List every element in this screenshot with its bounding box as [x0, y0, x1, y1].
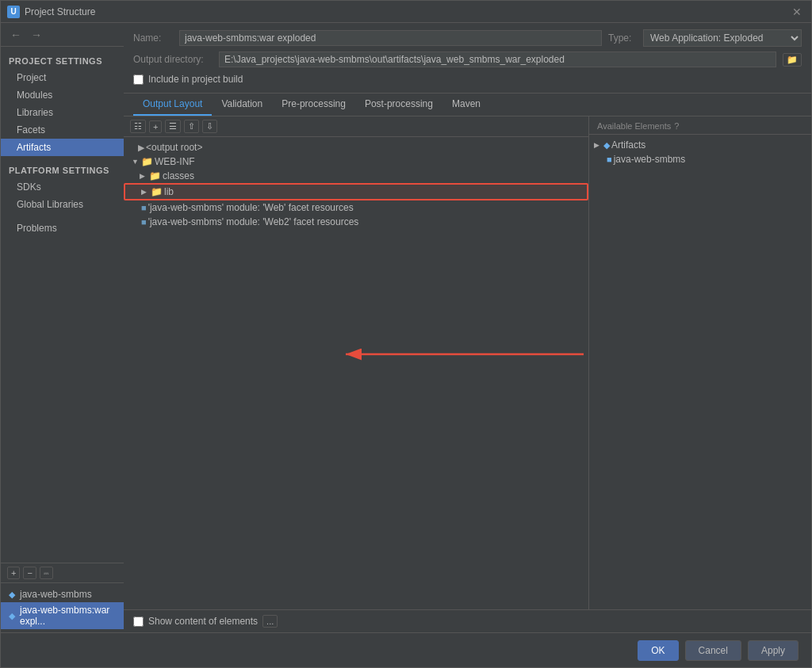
sidebar-item-label: Artifacts [17, 142, 51, 153]
ok-button[interactable]: OK [638, 640, 678, 661]
right-panel: Name: Type: Web Application: Exploded Ou… [124, 23, 811, 632]
platform-settings-label: Platform Settings [1, 162, 124, 178]
output-layout-content: ☷ + ☰ ⇧ ⇩ ▶ <output root> [124, 116, 811, 609]
tree-item-web-facet[interactable]: ■ 'java-web-smbms' module: 'Web' facet r… [124, 200, 588, 215]
tree-item-output-root[interactable]: ▶ <output root> [124, 140, 588, 155]
output-dir-input[interactable] [219, 52, 776, 67]
artifact-web-icon-active: ◆ [9, 611, 15, 621]
artifact-list-container: + − ⎓ ◆ java-web-smbms ◆ java-web-smbms:… [1, 563, 124, 632]
artifact-list-item-active[interactable]: ◆ java-web-smbms:war expl... [1, 602, 124, 629]
sidebar-item-label: Facets [17, 124, 45, 136]
sidebar-item-artifacts[interactable]: Artifacts [1, 139, 124, 156]
sidebar-item-label: Modules [17, 90, 52, 101]
nav-back-button[interactable]: ← [7, 27, 25, 43]
folder-icon: 📁 [151, 186, 163, 197]
nav-forward-button[interactable]: → [28, 27, 45, 43]
include-build-label: Include in project build [148, 74, 243, 85]
help-icon[interactable]: ? [674, 121, 679, 131]
output-root-icon: ▶ [138, 143, 144, 153]
sidebar-divider2 [1, 213, 124, 219]
sidebar-item-sdks[interactable]: SDKs [1, 178, 124, 196]
tree-item-web2-facet[interactable]: ■ 'java-web-smbms' module: 'Web2' facet … [124, 215, 588, 229]
tree-item-label: 'java-web-smbms' module: 'Web' facet res… [148, 202, 354, 213]
tree-item-classes[interactable]: ▶ 📁 classes [124, 169, 588, 183]
sidebar-item-label: Problems [17, 223, 57, 234]
name-row: Name: Type: Web Application: Exploded [133, 29, 802, 47]
tab-validation[interactable]: Validation [212, 94, 272, 116]
sidebar: ← → Project Settings Project Modules Lib… [1, 23, 124, 632]
artifact-header: Name: Type: Web Application: Exploded Ou… [124, 23, 811, 94]
type-select[interactable]: Web Application: Exploded [643, 29, 802, 47]
chevron-icon: ▼ [132, 158, 140, 166]
folder-icon: 📁 [141, 156, 153, 167]
browse-dir-button[interactable]: 📁 [783, 53, 802, 67]
main-content: ← → Project Settings Project Modules Lib… [1, 23, 811, 632]
artifact-list-item[interactable]: ◆ java-web-smbms [1, 586, 124, 602]
project-settings-label: Project Settings [1, 53, 124, 69]
cancel-button[interactable]: Cancel [685, 640, 741, 661]
bottom-bar: Show content of elements ... [124, 609, 811, 632]
tree-list-button[interactable]: ☰ [165, 120, 181, 133]
show-content-label: Show content of elements [148, 616, 258, 627]
chevron-icon: ▶ [140, 172, 147, 180]
sidebar-divider [1, 156, 124, 162]
artifact-group-icon: ◆ [603, 140, 610, 151]
available-artifact-item[interactable]: ■ java-web-smbms [589, 152, 811, 166]
tree-add-button[interactable]: + [149, 120, 162, 133]
window-title: Project Structure [25, 6, 95, 17]
add-artifact-button[interactable]: + [7, 567, 20, 579]
apply-button[interactable]: Apply [748, 640, 799, 661]
tree-item-label: <output root> [146, 142, 202, 153]
right-elements: Available Elements ? ▶ ◆ Artifacts [589, 116, 811, 609]
tree-item-webinf[interactable]: ▼ 📁 WEB-INF [124, 155, 588, 169]
name-input[interactable] [179, 30, 602, 46]
sidebar-item-label: Project [17, 72, 46, 83]
file-icon: ■ [141, 217, 147, 227]
tree-item-label: classes [163, 170, 194, 181]
app-logo: U [7, 6, 20, 18]
chevron-icon: ▶ [141, 188, 149, 196]
project-structure-window: U Project Structure ✕ ← → Project Settin… [0, 0, 812, 668]
left-tree: ☷ + ☰ ⇧ ⇩ ▶ <output root> [124, 116, 589, 609]
sidebar-item-label: Libraries [17, 107, 53, 118]
tab-post-processing[interactable]: Post-processing [355, 94, 442, 116]
tab-output-layout[interactable]: Output Layout [133, 94, 212, 116]
tree-item-lib[interactable]: ▶ 📁 lib [124, 183, 588, 200]
tree-up-button[interactable]: ⇧ [184, 120, 199, 133]
artifact-list: ◆ java-web-smbms ◆ java-web-smbms:war ex… [1, 583, 124, 632]
sidebar-item-libraries[interactable]: Libraries [1, 104, 124, 121]
name-label: Name: [133, 32, 173, 44]
tree-grid-button[interactable]: ☷ [130, 120, 146, 133]
artifact-item-label: java-web-smbms [20, 589, 92, 600]
sidebar-item-facets[interactable]: Facets [1, 121, 124, 139]
artifact-item-icon: ■ [607, 155, 612, 164]
ellipsis-button[interactable]: ... [262, 615, 278, 628]
available-tree: ▶ ◆ Artifacts ■ java-web-smbms [589, 135, 811, 609]
close-button[interactable]: ✕ [789, 4, 805, 20]
sidebar-content: Project Settings Project Modules Librari… [1, 47, 124, 563]
dialog-footer: OK Cancel Apply [1, 632, 811, 667]
output-dir-row: Output directory: 📁 [133, 52, 802, 67]
tab-maven[interactable]: Maven [442, 94, 490, 116]
tab-pre-processing[interactable]: Pre-processing [272, 94, 355, 116]
available-artifacts-group[interactable]: ▶ ◆ Artifacts [589, 138, 811, 152]
sidebar-item-project[interactable]: Project [1, 69, 124, 86]
sidebar-item-global-libraries[interactable]: Global Libraries [1, 196, 124, 213]
sidebar-item-problems[interactable]: Problems [1, 219, 124, 237]
include-build-checkbox[interactable] [133, 74, 144, 85]
file-icon: ■ [141, 203, 147, 212]
artifact-item-label-active: java-web-smbms:war expl... [20, 605, 116, 627]
chevron-icon: ▶ [594, 141, 602, 149]
artifact-web-icon: ◆ [9, 590, 15, 600]
sidebar-nav: ← → [1, 23, 124, 47]
tree-toolbar: ☷ + ☰ ⇧ ⇩ [124, 116, 588, 137]
tree-item-label: lib [164, 186, 174, 197]
copy-artifact-button[interactable]: ⎓ [40, 567, 53, 579]
sidebar-item-label: SDKs [17, 181, 41, 193]
show-content-checkbox[interactable] [133, 616, 144, 627]
title-bar-left: U Project Structure [7, 6, 95, 18]
remove-artifact-button[interactable]: − [23, 567, 36, 579]
sidebar-item-modules[interactable]: Modules [1, 86, 124, 104]
tree-down-button[interactable]: ⇩ [202, 120, 217, 133]
include-build-row: Include in project build [133, 72, 802, 86]
